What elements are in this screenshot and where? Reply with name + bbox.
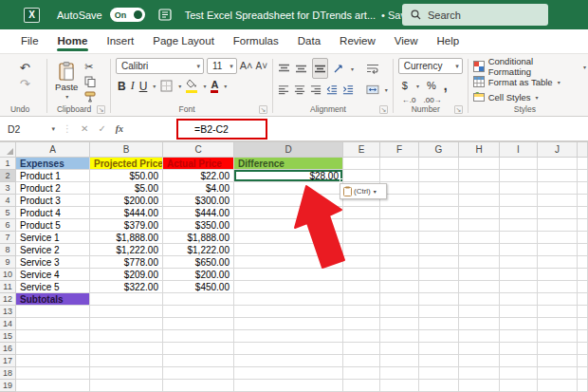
- cell-H16[interactable]: [459, 343, 500, 355]
- cell-A4[interactable]: Product 3: [16, 195, 90, 207]
- cell-I10[interactable]: [500, 269, 538, 281]
- row-header-5[interactable]: 5: [0, 207, 16, 219]
- column-header-E[interactable]: E: [343, 142, 380, 158]
- orientation-icon[interactable]: [333, 64, 345, 74]
- cell-F15[interactable]: [380, 330, 419, 343]
- percent-style-icon[interactable]: %: [427, 80, 436, 91]
- cell-E5[interactable]: [343, 207, 380, 219]
- cell-I12[interactable]: [500, 293, 538, 306]
- cell-D13[interactable]: [234, 306, 343, 318]
- cell-D11[interactable]: [234, 281, 343, 293]
- cell-C5[interactable]: $444.00: [163, 207, 234, 219]
- cell-C7[interactable]: $1,888.00: [163, 232, 234, 244]
- cell-F19[interactable]: [380, 380, 419, 392]
- search-input[interactable]: Search: [402, 4, 548, 26]
- number-format-select[interactable]: Currency ▾: [398, 58, 463, 74]
- cell-E17[interactable]: [343, 355, 380, 367]
- row-header-1[interactable]: 1: [0, 158, 16, 170]
- font-color-button[interactable]: A: [211, 79, 218, 93]
- fill-handle[interactable]: [340, 178, 343, 182]
- cell-G11[interactable]: [419, 281, 459, 293]
- cell-A1[interactable]: Expenses: [16, 158, 90, 170]
- cell-G3[interactable]: [419, 182, 459, 195]
- redo-icon[interactable]: ↷: [20, 78, 30, 90]
- cell-G5[interactable]: [419, 207, 459, 219]
- cell-H10[interactable]: [459, 269, 500, 281]
- tab-data[interactable]: Data: [288, 30, 330, 53]
- cell-H9[interactable]: [459, 256, 500, 269]
- accounting-dropdown-icon[interactable]: ▾: [416, 83, 419, 89]
- cell-G8[interactable]: [419, 244, 459, 256]
- cell-A2[interactable]: Product 1: [16, 170, 90, 182]
- grow-font-icon[interactable]: A˄: [240, 61, 253, 71]
- cell-J15[interactable]: [538, 330, 578, 343]
- copy-icon[interactable]: [84, 76, 96, 87]
- cell-E14[interactable]: [343, 318, 380, 330]
- cell-F18[interactable]: [380, 367, 419, 380]
- align-center-icon[interactable]: [294, 84, 305, 95]
- cell-F11[interactable]: [380, 281, 419, 293]
- autosave-toggle[interactable]: On: [110, 8, 145, 22]
- name-box[interactable]: D2 ▾: [0, 123, 59, 135]
- fill-color-dropdown-icon[interactable]: ▾: [203, 83, 206, 89]
- cell-D7[interactable]: [234, 232, 343, 244]
- cell-I5[interactable]: [500, 207, 538, 219]
- cell-A14[interactable]: [16, 318, 90, 330]
- cell-E13[interactable]: [343, 306, 380, 318]
- cell-H7[interactable]: [459, 232, 500, 244]
- cell-C9[interactable]: $650.00: [163, 256, 234, 269]
- cell-A12[interactable]: Subtotals: [16, 293, 90, 306]
- cell-B4[interactable]: $200.00: [90, 195, 163, 207]
- cell-A10[interactable]: Service 4: [16, 269, 90, 281]
- column-header-F[interactable]: F: [380, 142, 419, 158]
- cell-E15[interactable]: [343, 330, 380, 343]
- undo-icon[interactable]: ↶: [20, 62, 30, 74]
- cell-E2[interactable]: [343, 170, 380, 182]
- cell-B16[interactable]: [90, 343, 163, 355]
- cell-D5[interactable]: [234, 207, 343, 219]
- align-left-icon[interactable]: [278, 84, 289, 95]
- cell-A8[interactable]: Service 2: [16, 244, 90, 256]
- cell-E18[interactable]: [343, 367, 380, 380]
- cell-D3[interactable]: [234, 182, 343, 195]
- cell-styles-button[interactable]: Cell Styles ▾: [473, 89, 586, 104]
- cell-C16[interactable]: [163, 343, 234, 355]
- row-header-18[interactable]: 18: [0, 367, 16, 380]
- cell-E6[interactable]: [343, 219, 380, 232]
- cell-C18[interactable]: [163, 367, 234, 380]
- cell-E12[interactable]: [343, 293, 380, 306]
- cell-G14[interactable]: [419, 318, 459, 330]
- row-header-10[interactable]: 10: [0, 269, 16, 281]
- cell-J12[interactable]: [538, 293, 578, 306]
- column-header-H[interactable]: H: [459, 142, 500, 158]
- cell-J10[interactable]: [538, 269, 578, 281]
- cell-G15[interactable]: [419, 330, 459, 343]
- cell-A13[interactable]: [16, 306, 90, 318]
- alignment-dialog-launcher[interactable]: ↘: [379, 105, 388, 114]
- tab-view[interactable]: View: [385, 30, 428, 53]
- cell-F16[interactable]: [380, 343, 419, 355]
- cell-J18[interactable]: [538, 367, 578, 380]
- cell-H4[interactable]: [459, 195, 500, 207]
- row-header-13[interactable]: 13: [0, 306, 16, 318]
- cell-G9[interactable]: [419, 256, 459, 269]
- cell-H17[interactable]: [459, 355, 500, 367]
- font-name-select[interactable]: Calibri ▾: [116, 58, 204, 74]
- column-header-I[interactable]: I: [500, 142, 538, 158]
- cell-I2[interactable]: [500, 170, 538, 182]
- cell-H6[interactable]: [459, 219, 500, 232]
- cell-H1[interactable]: [459, 158, 500, 170]
- align-right-icon[interactable]: [310, 84, 322, 95]
- column-header-G[interactable]: G: [419, 142, 459, 158]
- row-header-14[interactable]: 14: [0, 318, 16, 330]
- align-bottom-button[interactable]: [312, 58, 328, 79]
- cell-A15[interactable]: [16, 330, 90, 343]
- cell-F1[interactable]: [380, 158, 419, 170]
- row-header-4[interactable]: 4: [0, 195, 16, 207]
- cell-J3[interactable]: [538, 182, 578, 195]
- cell-F2[interactable]: [380, 170, 419, 182]
- cell-J9[interactable]: [538, 256, 578, 269]
- cell-J11[interactable]: [538, 281, 578, 293]
- cell-H14[interactable]: [459, 318, 500, 330]
- cell-J7[interactable]: [538, 232, 578, 244]
